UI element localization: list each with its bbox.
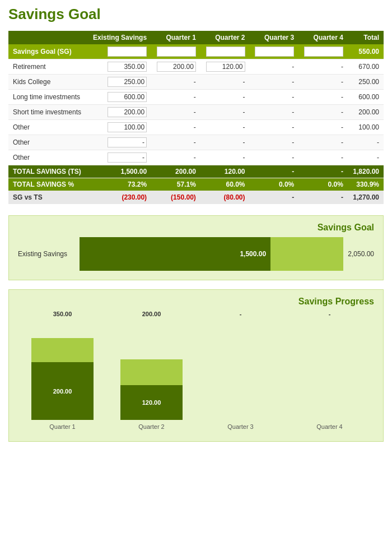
row-total: 600.00	[348, 90, 384, 105]
page-title: Savings Goal	[8, 6, 384, 23]
total-pct-row: TOTAL SAVINGS % 73.2% 57.1% 60.0% 0.0% 0…	[8, 178, 384, 191]
table-row: Short time investments 200.00 - - - - 20…	[8, 105, 384, 120]
bar-group-q3: - Quarter 3	[202, 311, 280, 430]
sg-existing[interactable]: 2,050.00	[87, 44, 151, 59]
row-existing[interactable]: 350.00	[87, 59, 151, 75]
row-q1: -	[151, 90, 200, 105]
row-q4: -	[298, 135, 348, 150]
bar-goal-q1	[31, 338, 94, 362]
sgvsts-q3: -	[250, 191, 299, 204]
col-header-q4: Quarter 4	[298, 31, 348, 44]
row-existing[interactable]: 200.00	[87, 105, 151, 120]
row-q4: -	[298, 59, 348, 75]
total-q4: -	[298, 165, 348, 178]
table-row: Other 100.00 - - - - 100.00	[8, 120, 384, 135]
bar-quarter-label-q1: Quarter 1	[49, 423, 75, 430]
row-q2: -	[200, 150, 250, 165]
sgvsts-total: 1,270.00	[348, 191, 384, 204]
row-q2: -	[200, 75, 250, 90]
row-q3: -	[250, 150, 299, 165]
savings-progress-chart: 350.00 200.00 Quarter 1 200.00 120.00 Qu…	[18, 318, 374, 430]
table-row: Kids College 250.00 - - - - 250.00	[8, 75, 384, 90]
row-q2: -	[200, 120, 250, 135]
sgvsts-q2: (80.00)	[200, 191, 250, 204]
row-q3: -	[250, 120, 299, 135]
sgvsts-q4: -	[298, 191, 348, 204]
table-row: Other - - - - - -	[8, 150, 384, 165]
pct-total: 330.9%	[348, 178, 384, 191]
row-total: 250.00	[348, 75, 384, 90]
row-label: Short time investments	[8, 105, 87, 120]
bar-quarter-label-q2: Quarter 2	[138, 423, 164, 430]
row-q1: -	[151, 120, 200, 135]
bar-group-q1: 350.00 200.00 Quarter 1	[24, 311, 102, 430]
row-q4: -	[298, 105, 348, 120]
sg-q2[interactable]: 200.00	[200, 44, 250, 59]
row-q3: -	[250, 90, 299, 105]
col-header-label	[8, 31, 87, 44]
row-q4: -	[298, 75, 348, 90]
bar-goal-label-q2: 200.00	[142, 311, 161, 317]
row-total: -	[348, 150, 384, 165]
col-header-total: Total	[348, 31, 384, 44]
row-total: 670.00	[348, 59, 384, 75]
col-header-existing: Existing Savings	[87, 31, 151, 44]
table-row: Long time investments 600.00 - - - - 600…	[8, 90, 384, 105]
bar-goal-q2	[120, 359, 183, 385]
bar-goal-label-q4: -	[329, 311, 331, 317]
row-existing[interactable]: 250.00	[87, 75, 151, 90]
row-existing[interactable]: -	[87, 150, 151, 165]
sg-q1[interactable]: 350.00	[151, 44, 200, 59]
total-q3: -	[250, 165, 299, 178]
row-label: Retirement	[8, 59, 87, 75]
sg-bar-light	[270, 237, 343, 271]
pct-q1: 57.1%	[151, 178, 200, 191]
row-existing[interactable]: 600.00	[87, 90, 151, 105]
sg-bar-dark-value: 1,500.00	[240, 250, 266, 258]
col-header-q1: Quarter 1	[151, 31, 200, 44]
row-q2: -	[200, 135, 250, 150]
bar-stack-q1: 200.00	[31, 319, 94, 420]
row-q3: -	[250, 75, 299, 90]
sgvsts-existing: (230.00)	[87, 191, 151, 204]
savings-progress-title: Savings Progress	[18, 297, 374, 307]
col-header-q3: Quarter 3	[250, 31, 299, 44]
row-total: -	[348, 135, 384, 150]
savings-goal-chart-section: Savings Goal Existing Savings 1,500.00 2…	[8, 215, 384, 280]
table-row: Other - - - - - -	[8, 135, 384, 150]
row-q2[interactable]: 120.00	[200, 59, 250, 75]
total-total: 1,820.00	[348, 165, 384, 178]
row-label: Other	[8, 135, 87, 150]
row-label: Other	[8, 150, 87, 165]
sgvsts-q1: (150.00)	[151, 191, 200, 204]
sg-q3[interactable]: -	[250, 44, 299, 59]
row-label: Kids College	[8, 75, 87, 90]
row-existing[interactable]: -	[87, 135, 151, 150]
sg-q4[interactable]: -	[298, 44, 348, 59]
bar-quarter-label-q4: Quarter 4	[316, 423, 342, 430]
sg-bar-container: 1,500.00	[80, 237, 343, 271]
row-existing[interactable]: 100.00	[87, 120, 151, 135]
total-savings-row: TOTAL SAVINGS (TS) 1,500.00 200.00 120.0…	[8, 165, 384, 178]
savings-table: Existing Savings Quarter 1 Quarter 2 Qua…	[8, 31, 384, 204]
total-q1: 200.00	[151, 165, 200, 178]
row-q4: -	[298, 90, 348, 105]
row-q1: -	[151, 150, 200, 165]
row-q1: -	[151, 105, 200, 120]
row-q1: -	[151, 75, 200, 90]
pct-q3: 0.0%	[250, 178, 299, 191]
pct-q4: 0.0%	[298, 178, 348, 191]
bar-stack-q3	[209, 319, 272, 420]
pct-label: TOTAL SAVINGS %	[8, 178, 87, 191]
row-q1[interactable]: 200.00	[151, 59, 200, 75]
row-q2: -	[200, 105, 250, 120]
row-q3: -	[250, 105, 299, 120]
total-existing: 1,500.00	[87, 165, 151, 178]
col-header-q2: Quarter 2	[200, 31, 250, 44]
pct-q2: 60.0%	[200, 178, 250, 191]
sg-total: 550.00	[348, 44, 384, 59]
row-q4: -	[298, 150, 348, 165]
bar-actual-q2: 120.00	[120, 385, 183, 420]
sg-chart-row-label: Existing Savings	[18, 250, 80, 258]
table-header-row: Existing Savings Quarter 1 Quarter 2 Qua…	[8, 31, 384, 44]
